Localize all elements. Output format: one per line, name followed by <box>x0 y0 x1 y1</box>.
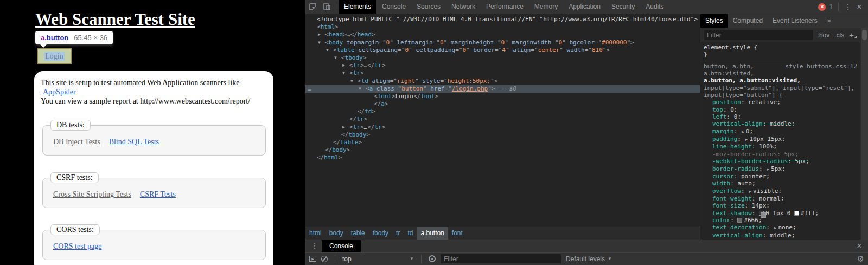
clear-console-icon[interactable] <box>321 256 328 262</box>
css-property-line[interactable]: font-weight: normal; <box>704 195 857 202</box>
css-property-value[interactable]: auto <box>737 180 752 187</box>
tab-security[interactable]: Security <box>606 0 640 14</box>
css-property-line[interactable]: left: 0; <box>704 113 857 120</box>
tree-node[interactable]: ▶<tr>…</tr> <box>305 124 700 131</box>
css-property-value[interactable]: 14px <box>752 202 767 209</box>
sidebar-tab-[interactable]: » <box>822 14 836 28</box>
log-levels-select[interactable]: Default levels ▼ <box>566 255 612 263</box>
tree-node[interactable]: ▼<td align="right" style="height:50px;"> <box>305 77 700 85</box>
expand-arrow-right-icon[interactable]: ▶ <box>767 167 769 172</box>
css-property-name[interactable]: border-radius <box>712 165 759 172</box>
inspect-element-icon[interactable] <box>305 0 320 14</box>
tab-performance[interactable]: Performance <box>481 0 529 14</box>
styles-scrollbar[interactable] <box>860 28 868 240</box>
css-property-value[interactable]: pointer <box>741 173 766 180</box>
css-property-line[interactable]: border-radius: ▶5px; <box>704 165 857 173</box>
tree-node[interactable]: </tr> <box>305 115 700 123</box>
breadcrumb-font[interactable]: font <box>448 227 467 240</box>
test-link[interactable]: CSRF Tests <box>140 190 176 199</box>
breadcrumb-table[interactable]: table <box>347 227 369 240</box>
css-property-line[interactable]: position: relative; <box>704 99 857 106</box>
tree-node[interactable]: ▼<tr> <box>305 69 700 77</box>
color-swatch[interactable] <box>794 211 799 216</box>
css-property-value[interactable]: 0 <box>730 106 734 113</box>
appspider-link[interactable]: AppSpider <box>43 88 76 96</box>
css-property-value[interactable]: 0 1px 0 <box>765 210 794 217</box>
tab-memory[interactable]: Memory <box>529 0 563 14</box>
tree-node[interactable]: <html> <box>305 23 700 31</box>
breadcrumb-td[interactable]: td <box>404 227 417 240</box>
css-property-line[interactable]: line-height: 100%; <box>704 143 857 150</box>
css-property-name[interactable]: padding <box>712 135 737 143</box>
more-options-icon[interactable]: ⋮ <box>844 4 852 10</box>
stylesheet-source-link[interactable]: style-buttons.css:12 <box>786 63 857 70</box>
css-property-value[interactable]: 10px 15px <box>749 135 782 143</box>
test-link[interactable]: Blind SQL Tests <box>109 138 159 146</box>
css-selector-line[interactable]: input[type="submit"], input[type="reset"… <box>704 85 857 92</box>
expand-arrow-right-icon[interactable]: ▶ <box>745 137 748 142</box>
test-link[interactable]: Cross Site Scripting Tests <box>53 190 131 199</box>
css-property-line[interactable]: margin: ▶0; <box>704 128 857 135</box>
tree-node[interactable]: </body> <box>305 146 700 154</box>
tree-node[interactable]: ▶<tr>…</tr> <box>305 62 700 69</box>
css-property-value[interactable]: visible <box>753 188 778 195</box>
css-property-name[interactable]: -webkit-border-radius <box>712 158 788 165</box>
expand-arrow-right-icon[interactable]: ▶ <box>342 124 345 131</box>
css-property-name[interactable]: color <box>712 217 730 224</box>
css-property-name[interactable]: line-height <box>712 143 752 150</box>
breadcrumb-html[interactable]: html <box>305 227 326 240</box>
css-property-line[interactable]: padding: ▶10px 15px; <box>704 135 857 143</box>
css-selector-line[interactable]: style-buttons.css:12button, a.btn, <box>704 63 857 70</box>
tree-node[interactable]: ▼<tbody> <box>305 54 700 62</box>
close-drawer-icon[interactable]: × <box>855 241 864 251</box>
live-expression-eye-icon[interactable] <box>429 255 436 262</box>
error-badge-icon[interactable]: × <box>818 3 826 11</box>
css-property-name[interactable]: overflow <box>712 188 741 195</box>
styles-filter-input[interactable] <box>704 30 813 40</box>
expand-arrow-down-icon[interactable]: ▼ <box>334 54 337 62</box>
css-property-name[interactable]: cursor <box>712 173 734 180</box>
css-property-name[interactable]: position <box>712 99 741 106</box>
tab-sources[interactable]: Sources <box>411 0 446 14</box>
css-property-name[interactable]: text-shadow <box>712 210 752 217</box>
breadcrumb-a.button[interactable]: a.button <box>417 227 448 240</box>
console-settings-gear-icon[interactable]: ⚙ <box>857 254 864 264</box>
console-sidebar-icon[interactable]: ▶ <box>309 256 316 262</box>
expand-arrow-right-icon[interactable]: ▶ <box>318 31 321 38</box>
breadcrumb-tr[interactable]: tr <box>392 227 404 240</box>
css-property-value[interactable]: #666 <box>744 217 758 224</box>
tree-node[interactable]: ▼<body topmargin="0" leftmargin="0" marg… <box>305 39 700 47</box>
css-property-value[interactable]: 5px <box>771 165 782 172</box>
css-property-line[interactable]: -moz-border-radius: 5px; <box>704 151 857 158</box>
css-property-name[interactable]: vertical-align <box>712 232 763 239</box>
css-property-line[interactable]: overflow: ▶visible; <box>704 188 857 195</box>
tab-application[interactable]: Application <box>563 0 606 14</box>
tab-network[interactable]: Network <box>446 0 481 14</box>
execution-context-select[interactable]: top ▼ <box>342 255 414 263</box>
new-style-rule-button[interactable]: + <box>849 30 857 40</box>
expand-arrow-right-icon[interactable]: ▶ <box>742 130 744 134</box>
css-selector-line[interactable]: a.button, a.button:visited, <box>704 77 857 84</box>
close-devtools-icon[interactable]: × <box>855 2 864 12</box>
test-link[interactable]: DB Inject Tests <box>53 138 100 146</box>
sidebar-tab-eventlisteners[interactable]: Event Listeners <box>768 14 822 28</box>
tab-audits[interactable]: Audits <box>640 0 669 14</box>
element-style-section[interactable]: element.style { } <box>700 42 860 61</box>
tree-node[interactable]: </a> <box>305 100 700 108</box>
css-property-line[interactable]: color: #666; <box>704 217 857 224</box>
css-property-value[interactable]: normal <box>759 195 781 202</box>
expand-arrow-down-icon[interactable]: ▼ <box>318 39 321 47</box>
css-selector-line[interactable]: input[type="button"] { <box>704 92 857 99</box>
tree-node[interactable]: …▼<a class="button" href="/login.php"> =… <box>305 85 700 93</box>
css-property-line[interactable]: cursor: pointer; <box>704 173 857 180</box>
css-property-value[interactable]: #fff <box>801 210 815 217</box>
css-property-value[interactable]: none <box>778 224 793 231</box>
css-property-name[interactable]: top <box>712 106 723 113</box>
test-link[interactable]: CORS test page <box>53 242 101 251</box>
css-property-name[interactable]: margin <box>712 128 734 135</box>
breadcrumb-tbody[interactable]: tbody <box>369 227 392 240</box>
tree-node[interactable]: <font>Login</font> <box>305 93 700 100</box>
expand-arrow-right-icon[interactable]: ▶ <box>342 62 345 69</box>
tab-console[interactable]: Console <box>376 0 411 14</box>
css-property-line[interactable]: vertical-align: middle; <box>704 120 857 127</box>
